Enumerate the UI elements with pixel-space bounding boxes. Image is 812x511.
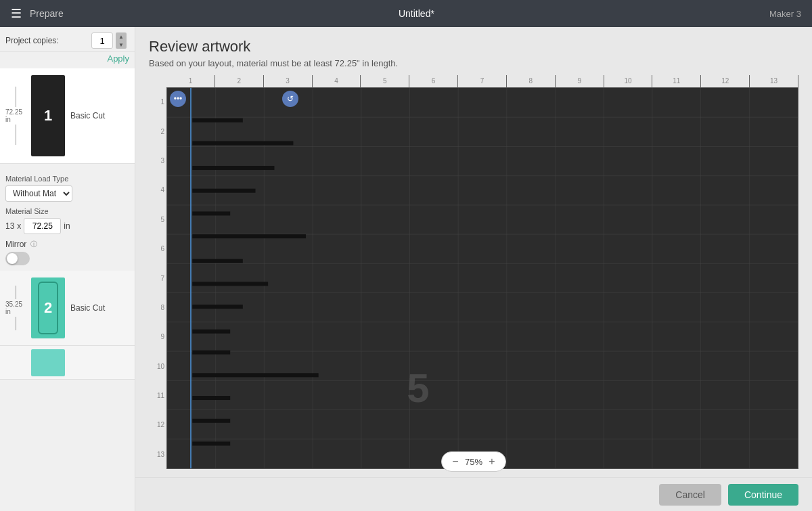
apply-button[interactable]: Apply	[107, 53, 129, 64]
size-height-input[interactable]	[24, 218, 61, 234]
mat-1-number: 1	[44, 107, 52, 125]
ruler-row-6: 6	[149, 234, 166, 263]
document-title: Untitled*	[64, 8, 769, 19]
grid-with-ruler: 12345678910111213 ••• ↺ 5	[149, 87, 798, 469]
mat-2-number: 2	[44, 299, 52, 317]
artwork-svg	[167, 88, 798, 468]
svg-rect-32	[192, 305, 243, 309]
svg-rect-33	[192, 330, 230, 334]
ruler-col-11: 11	[652, 75, 701, 87]
svg-rect-28	[192, 211, 230, 215]
svg-rect-24	[192, 118, 243, 123]
mat-3-thumbnail	[31, 349, 65, 376]
material-load-select-row: Without Mat	[5, 185, 129, 202]
svg-rect-36	[192, 396, 230, 400]
more-options-button[interactable]: •••	[170, 91, 186, 107]
mat-item-1[interactable]: 72.25 in 1 Basic Cut	[0, 68, 135, 164]
ruler-row-3: 3	[149, 146, 166, 175]
ruler-col-12: 12	[701, 75, 750, 87]
continue-button[interactable]: Continue	[728, 484, 798, 506]
mat-1-size: 72.25 in	[5, 108, 26, 123]
zoom-controls: − 75% +	[441, 451, 506, 472]
svg-rect-35	[192, 373, 318, 377]
canvas-area: 12345678910111213 12345678910111213 •••	[135, 75, 812, 477]
ruler-col-8: 8	[507, 75, 556, 87]
mat-item-2[interactable]: 35.25 in 2 Basic Cut	[0, 271, 135, 346]
spinner-down-button[interactable]: ▼	[116, 41, 127, 49]
svg-rect-34	[192, 351, 230, 355]
ruler-col-1: 1	[166, 75, 215, 87]
ruler-col-3: 3	[264, 75, 313, 87]
review-title: Review artwork	[149, 38, 798, 55]
page-number-5: 5	[407, 365, 429, 412]
ruler-col-7: 7	[458, 75, 507, 87]
svg-rect-25	[192, 141, 293, 145]
svg-rect-37	[192, 419, 230, 423]
ruler-row-13: 13	[149, 440, 166, 469]
svg-rect-38	[192, 441, 230, 445]
zoom-minus-button[interactable]: −	[449, 455, 462, 468]
bottom-bar: Cancel Continue	[135, 477, 812, 511]
ruler-col-5: 5	[361, 75, 409, 87]
ruler-row-5: 5	[149, 205, 166, 234]
copies-spinner: 1 ▲ ▼	[91, 32, 127, 49]
ruler-col-2: 2	[215, 75, 264, 87]
ruler-row-11: 11	[149, 381, 166, 410]
size-unit-label: in	[64, 221, 70, 231]
ruler-row-2: 2	[149, 116, 166, 146]
mat-2-cut-label: Basic Cut	[70, 303, 105, 313]
size-x-label: x	[17, 221, 21, 231]
ruler-row-8: 8	[149, 293, 166, 322]
ruler-row-4: 4	[149, 175, 166, 204]
zoom-level: 75%	[465, 457, 482, 467]
ruler-col-4: 4	[313, 75, 361, 87]
mat-1-cut-label: Basic Cut	[70, 111, 105, 120]
project-copies-label: Project copies:	[5, 36, 91, 45]
size-width-value: 13	[5, 221, 14, 231]
ruler-row-12: 12	[149, 410, 166, 439]
mirror-toggle[interactable]	[5, 252, 30, 265]
menu-icon[interactable]: ☰	[11, 6, 22, 21]
left-ruler: 12345678910111213	[149, 87, 166, 469]
ruler-row-7: 7	[149, 263, 166, 292]
top-ruler: 12345678910111213	[166, 75, 798, 87]
ruler-row-10: 10	[149, 352, 166, 381]
right-content: Review artwork Based on your layout, mat…	[135, 27, 812, 511]
material-size-label: Material Size	[5, 207, 129, 215]
copies-input[interactable]: 1	[91, 32, 113, 49]
project-copies-row: Project copies: 1 ▲ ▼	[0, 27, 135, 52]
svg-rect-31	[192, 282, 268, 286]
apply-btn-row: Apply	[0, 52, 135, 68]
size-row: 13 x in	[5, 218, 129, 234]
ruler-row-1: 1	[149, 87, 166, 116]
toggle-knob	[7, 253, 18, 264]
mat-2-size: 35.25 in	[5, 301, 26, 315]
grid-main: ••• ↺ 5	[166, 87, 798, 469]
svg-rect-26	[192, 166, 274, 170]
ruler-col-6: 6	[409, 75, 458, 87]
material-settings: Material Load Type Without Mat Material …	[0, 164, 135, 271]
svg-rect-29	[192, 234, 306, 238]
svg-rect-30	[192, 259, 243, 263]
mat-1-thumbnail: 1	[31, 75, 65, 156]
mirror-row: Mirror ⓘ	[5, 240, 129, 249]
zoom-plus-button[interactable]: +	[485, 455, 499, 468]
review-subtitle: Based on your layout, material must be a…	[149, 58, 798, 68]
left-panel: Project copies: 1 ▲ ▼ Apply 72.25 in 1 B	[0, 27, 135, 511]
spinner-buttons: ▲ ▼	[116, 32, 127, 49]
reset-button[interactable]: ↺	[282, 91, 298, 107]
svg-rect-27	[192, 189, 255, 193]
cut-boundary-line	[190, 88, 191, 468]
review-header: Review artwork Based on your layout, mat…	[135, 27, 812, 75]
spinner-up-button[interactable]: ▲	[116, 32, 127, 41]
app-title: Prepare	[30, 8, 64, 19]
mat-2-thumbnail: 2	[31, 277, 65, 338]
mat-item-3[interactable]	[0, 346, 135, 380]
material-load-label: Material Load Type	[5, 175, 129, 183]
ruler-row-9: 9	[149, 322, 166, 351]
material-load-select[interactable]: Without Mat	[5, 185, 72, 202]
mirror-info-icon: ⓘ	[30, 240, 37, 249]
device-label: Maker 3	[769, 9, 801, 19]
ruler-col-13: 13	[750, 75, 798, 87]
cancel-button[interactable]: Cancel	[659, 484, 721, 506]
